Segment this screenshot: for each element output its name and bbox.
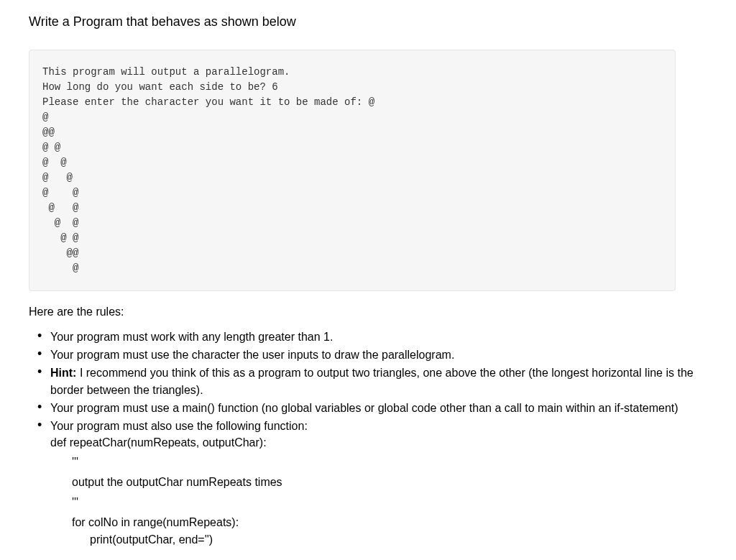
docstring-text: output the outputChar numRepeats times (72, 474, 707, 491)
rule-item: Your program must use the character the … (50, 346, 707, 363)
rule-item: Hint: I recommend you think of this as a… (50, 364, 707, 398)
docstring-open: ''' (72, 454, 707, 471)
function-body: ''' output the outputChar numRepeats tim… (50, 454, 707, 548)
rule-item: Your program must use a main() function … (50, 400, 707, 416)
print-line: print(outputChar, end='') (72, 531, 707, 548)
rule-text: Your program must also use the following… (50, 420, 308, 432)
function-def: def repeatChar(numRepeats, outputChar): (50, 434, 707, 451)
rules-list: Your program must work with any length g… (29, 329, 707, 548)
hint-label: Hint: (50, 367, 76, 379)
example-output-code: This program will output a parallelogram… (29, 50, 676, 291)
page-title: Write a Program that behaves as shown be… (29, 14, 707, 29)
for-loop: for colNo in range(numRepeats): print(ou… (72, 514, 707, 548)
rule-item: Your program must work with any length g… (50, 329, 707, 345)
docstring-close: ''' (72, 494, 707, 511)
rule-item: Your program must also use the following… (50, 418, 707, 548)
rules-heading: Here are the rules: (29, 306, 707, 318)
for-line: for colNo in range(numRepeats): (72, 516, 239, 528)
hint-text: I recommend you think of this as a progr… (50, 367, 694, 395)
